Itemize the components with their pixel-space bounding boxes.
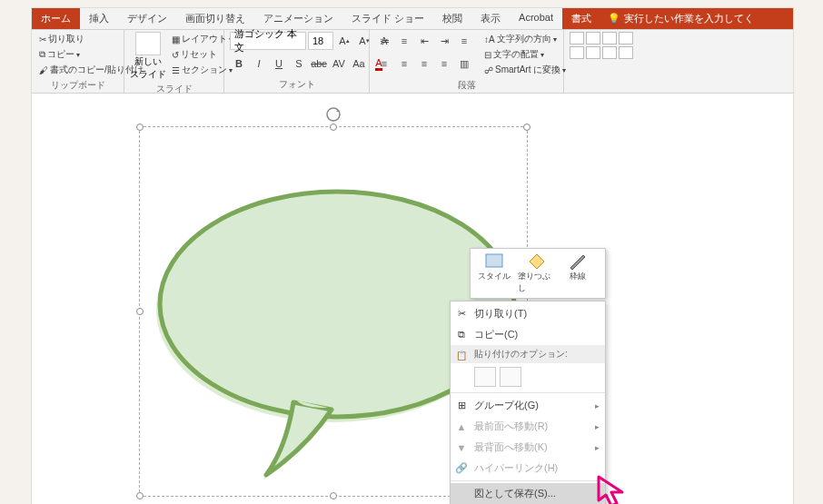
group-clipboard: ✂切り取り ⧉コピー▾ 🖌書式のコピー/貼り付け リップボード [32,30,124,93]
strikethrough-button[interactable]: abc [310,54,328,73]
chevron-down-icon: ▾ [76,51,80,59]
new-slide-button[interactable]: 新しい スライド [130,32,166,81]
scissors-icon: ✂ [454,307,469,321]
svg-point-0 [327,108,340,121]
powerpoint-window: ホーム 挿入 デザイン 画面切り替え アニメーション スライド ショー 校閲 表… [31,7,794,504]
svg-rect-3 [486,254,502,267]
bold-button[interactable]: B [230,54,248,73]
resize-handle[interactable] [136,492,144,499]
fill-button[interactable]: 塗りつぶし [518,252,554,294]
menu-group[interactable]: ⊞ グループ化(G) ▸ [451,395,605,416]
send-back-icon: ▼ [454,440,469,455]
slide[interactable] [46,108,728,504]
group-label-clipboard: リップボード [37,77,118,92]
resize-handle[interactable] [330,124,337,131]
align-right-button[interactable]: ≡ [415,54,433,73]
italic-button[interactable]: I [250,54,268,73]
mini-toolbar: スタイル 塗りつぶし 枠線 [470,248,606,299]
shape-cell[interactable] [619,32,633,44]
tab-acrobat[interactable]: Acrobat [510,8,562,29]
tab-format[interactable]: 書式 [562,8,600,29]
shapes-gallery[interactable] [570,32,633,59]
tell-me-search[interactable]: 💡 実行したい作業を入力してく [600,8,793,29]
align-center-button[interactable]: ≡ [395,54,413,73]
menu-bring-front: ▲ 最前面へ移動(R) ▸ [451,416,605,437]
shape-cell[interactable] [586,32,600,44]
tell-me-placeholder: 実行したい作業を入力してく [624,12,754,25]
context-menu: ✂ 切り取り(T) ⧉ コピー(C) 📋 貼り付けのオプション: ⊞ グループ化… [450,301,606,504]
align-text-icon: ⊟ [484,50,491,60]
bucket-icon [526,252,546,271]
menu-send-back: ▼ 最背面へ移動(K) ▸ [451,437,605,458]
shape-cell[interactable] [586,46,600,59]
resize-handle[interactable] [136,124,144,131]
justify-button[interactable]: ≡ [435,54,453,73]
resize-handle[interactable] [523,124,530,131]
link-icon: 🔗 [454,461,469,476]
group-icon: ⊞ [454,399,469,413]
paste-option-1[interactable] [474,367,496,387]
section-icon: ☰ [172,65,180,75]
decrease-indent-button[interactable]: ⇤ [415,32,433,50]
separator [451,392,605,393]
resize-handle[interactable] [136,308,144,315]
tab-home[interactable]: ホーム [32,8,80,29]
paste-options-header: 📋 貼り付けのオプション: [451,345,605,363]
bullets-button[interactable]: ≔ [375,32,393,50]
font-size-select[interactable]: 18 [308,32,333,50]
style-icon [484,252,504,271]
copy-icon: ⧉ [454,328,469,342]
group-font: 游ゴシック 本文 18 A▴ A▾ A̷ B I U S abc AV Aa A [224,30,370,93]
rotate-handle-icon[interactable] [325,106,342,123]
shape-cell[interactable] [602,46,617,59]
text-direction-icon: ↕A [484,35,495,44]
style-button[interactable]: スタイル [476,252,512,294]
tab-review[interactable]: 校閲 [433,8,471,29]
ribbon: ✂切り取り ⧉コピー▾ 🖌書式のコピー/貼り付け リップボード 新しい スライド… [32,30,793,94]
paste-option-2[interactable] [500,367,521,387]
slide-canvas[interactable]: スタイル 塗りつぶし 枠線 ✂ 切り取り(T) ⧉ コピー(C) 📋 [32,94,793,504]
smartart-icon: ☍ [484,65,493,75]
ribbon-tabs: ホーム 挿入 デザイン 画面切り替え アニメーション スライド ショー 校閲 表… [32,8,793,30]
group-paragraph: ≔ ≡ ⇤ ⇥ ≡ ≡ ≡ ≡ ≡ ▥ ↕A文字列の方向▾ [370,30,564,93]
lightbulb-icon: 💡 [608,13,620,25]
tab-transitions[interactable]: 画面切り替え [176,8,254,29]
menu-copy[interactable]: ⧉ コピー(C) [451,324,605,345]
tab-slideshow[interactable]: スライド ショー [342,8,433,29]
outline-button[interactable]: 枠線 [560,252,596,294]
pen-icon [568,252,588,271]
shape-cell[interactable] [602,32,617,44]
tab-view[interactable]: 表示 [471,8,510,29]
paste-options-row [451,363,605,390]
shape-cell[interactable] [570,32,584,44]
shadow-button[interactable]: S [290,54,308,73]
shape-cell[interactable] [570,46,584,59]
shape-cell[interactable] [619,46,633,59]
align-left-button[interactable]: ≡ [375,54,393,73]
menu-save-as-picture[interactable]: 図として保存(S)... [451,483,605,504]
clipboard-icon: 📋 [454,348,469,362]
numbering-button[interactable]: ≡ [395,32,413,50]
copy-icon: ⧉ [39,49,45,60]
group-drawing [564,30,639,93]
char-spacing-button[interactable]: AV [330,54,348,73]
text-direction-button[interactable]: ↕A文字列の方向▾ [482,32,568,46]
font-name-select[interactable]: 游ゴシック 本文 [230,32,306,50]
menu-cut[interactable]: ✂ 切り取り(T) [451,303,605,324]
chevron-right-icon: ▸ [595,401,600,410]
tab-animations[interactable]: アニメーション [254,8,342,29]
separator [451,480,605,481]
increase-indent-button[interactable]: ⇥ [435,32,453,50]
change-case-button[interactable]: Aa [350,54,368,73]
group-label-font: フォント [230,76,363,91]
align-text-button[interactable]: ⊟文字の配置▾ [482,47,568,62]
tab-insert[interactable]: 挿入 [80,8,118,29]
columns-button[interactable]: ▥ [455,54,473,73]
bring-front-icon: ▲ [454,420,469,434]
tab-design[interactable]: デザイン [118,8,176,29]
smartart-button[interactable]: ☍SmartArt に変換▾ [482,63,568,77]
increase-font-button[interactable]: A▴ [335,32,353,50]
line-spacing-button[interactable]: ≡ [455,32,473,50]
scissors-icon: ✂ [39,35,46,44]
underline-button[interactable]: U [270,54,288,73]
